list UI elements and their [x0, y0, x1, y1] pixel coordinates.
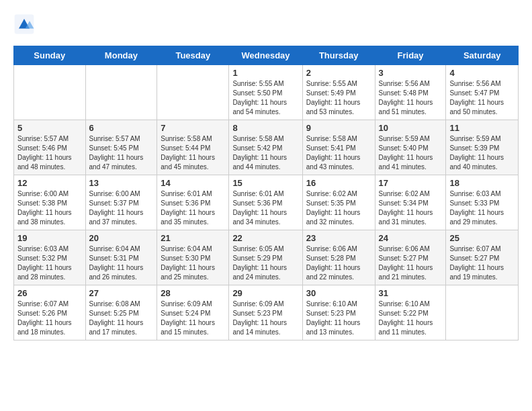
cell-info: Sunrise: 6:03 AM Sunset: 5:32 PM Dayligh… [17, 244, 82, 282]
calendar-cell [446, 285, 519, 340]
cell-info: Sunrise: 6:03 AM Sunset: 5:33 PM Dayligh… [449, 189, 515, 227]
day-number: 24 [379, 233, 443, 243]
cell-info: Sunrise: 6:02 AM Sunset: 5:34 PM Dayligh… [379, 189, 443, 227]
calendar-cell: 9Sunrise: 5:58 AM Sunset: 5:41 PM Daylig… [302, 120, 375, 175]
calendar-cell: 11Sunrise: 5:59 AM Sunset: 5:39 PM Dayli… [446, 120, 519, 175]
cell-info: Sunrise: 6:01 AM Sunset: 5:36 PM Dayligh… [161, 189, 225, 227]
cell-info: Sunrise: 6:04 AM Sunset: 5:31 PM Dayligh… [89, 244, 154, 282]
calendar-cell: 31Sunrise: 6:10 AM Sunset: 5:22 PM Dayli… [375, 285, 446, 340]
day-number: 1 [232, 68, 298, 78]
cell-info: Sunrise: 6:10 AM Sunset: 5:23 PM Dayligh… [306, 300, 371, 337]
calendar-cell: 22Sunrise: 6:05 AM Sunset: 5:29 PM Dayli… [229, 230, 302, 285]
logo [13, 13, 38, 35]
calendar-cell: 1Sunrise: 5:55 AM Sunset: 5:50 PM Daylig… [229, 65, 302, 120]
logo-icon [13, 13, 35, 35]
day-number: 13 [89, 178, 154, 188]
day-number: 6 [89, 123, 154, 133]
calendar-cell: 10Sunrise: 5:59 AM Sunset: 5:40 PM Dayli… [375, 120, 446, 175]
cell-info: Sunrise: 6:07 AM Sunset: 5:26 PM Dayligh… [17, 300, 82, 337]
day-number: 3 [379, 68, 443, 78]
calendar-cell: 3Sunrise: 5:56 AM Sunset: 5:48 PM Daylig… [375, 65, 446, 120]
calendar-cell: 17Sunrise: 6:02 AM Sunset: 5:34 PM Dayli… [375, 175, 446, 230]
day-number: 29 [232, 288, 298, 298]
calendar-cell: 14Sunrise: 6:01 AM Sunset: 5:36 PM Dayli… [157, 175, 229, 230]
day-number: 20 [89, 233, 154, 243]
day-number: 11 [449, 123, 515, 133]
calendar-cell: 25Sunrise: 6:07 AM Sunset: 5:27 PM Dayli… [446, 230, 519, 285]
day-number: 7 [161, 123, 225, 133]
calendar-cell: 7Sunrise: 5:58 AM Sunset: 5:44 PM Daylig… [157, 120, 229, 175]
calendar-cell: 21Sunrise: 6:04 AM Sunset: 5:30 PM Dayli… [157, 230, 229, 285]
weekday-header: Friday [375, 46, 446, 65]
day-number: 4 [449, 68, 515, 78]
day-number: 9 [306, 123, 371, 133]
day-number: 28 [161, 288, 225, 298]
cell-info: Sunrise: 6:00 AM Sunset: 5:38 PM Dayligh… [17, 189, 82, 227]
cell-info: Sunrise: 6:04 AM Sunset: 5:30 PM Dayligh… [161, 244, 225, 282]
calendar-cell: 28Sunrise: 6:09 AM Sunset: 5:24 PM Dayli… [157, 285, 229, 340]
page-header [13, 13, 519, 35]
calendar-week-row: 5Sunrise: 5:57 AM Sunset: 5:46 PM Daylig… [14, 120, 519, 175]
calendar-week-row: 26Sunrise: 6:07 AM Sunset: 5:26 PM Dayli… [14, 285, 519, 340]
calendar-cell: 29Sunrise: 6:09 AM Sunset: 5:23 PM Dayli… [229, 285, 302, 340]
day-number: 30 [306, 288, 371, 298]
cell-info: Sunrise: 6:06 AM Sunset: 5:27 PM Dayligh… [379, 244, 443, 282]
calendar-cell: 30Sunrise: 6:10 AM Sunset: 5:23 PM Dayli… [302, 285, 375, 340]
weekday-header: Tuesday [157, 46, 229, 65]
calendar-cell: 8Sunrise: 5:58 AM Sunset: 5:42 PM Daylig… [229, 120, 302, 175]
day-number: 5 [17, 123, 82, 133]
day-number: 31 [379, 288, 443, 298]
cell-info: Sunrise: 5:55 AM Sunset: 5:49 PM Dayligh… [306, 79, 371, 117]
calendar-cell: 15Sunrise: 6:01 AM Sunset: 5:36 PM Dayli… [229, 175, 302, 230]
calendar-cell: 27Sunrise: 6:08 AM Sunset: 5:25 PM Dayli… [85, 285, 157, 340]
cell-info: Sunrise: 5:59 AM Sunset: 5:40 PM Dayligh… [379, 134, 443, 172]
weekday-header: Monday [85, 46, 157, 65]
calendar-cell: 16Sunrise: 6:02 AM Sunset: 5:35 PM Dayli… [302, 175, 375, 230]
weekday-header: Thursday [302, 46, 375, 65]
day-number: 16 [306, 178, 371, 188]
calendar-cell: 13Sunrise: 6:00 AM Sunset: 5:37 PM Dayli… [85, 175, 157, 230]
calendar-cell: 24Sunrise: 6:06 AM Sunset: 5:27 PM Dayli… [375, 230, 446, 285]
cell-info: Sunrise: 6:10 AM Sunset: 5:22 PM Dayligh… [379, 300, 443, 337]
day-number: 2 [306, 68, 371, 78]
cell-info: Sunrise: 5:55 AM Sunset: 5:50 PM Dayligh… [232, 79, 298, 117]
day-number: 17 [379, 178, 443, 188]
weekday-header: Wednesday [229, 46, 302, 65]
calendar-week-row: 12Sunrise: 6:00 AM Sunset: 5:38 PM Dayli… [14, 175, 519, 230]
day-number: 12 [17, 178, 82, 188]
cell-info: Sunrise: 5:57 AM Sunset: 5:45 PM Dayligh… [89, 134, 154, 172]
cell-info: Sunrise: 5:58 AM Sunset: 5:44 PM Dayligh… [161, 134, 225, 172]
weekday-header: Saturday [446, 46, 519, 65]
day-number: 26 [17, 288, 82, 298]
day-number: 21 [161, 233, 225, 243]
cell-info: Sunrise: 6:07 AM Sunset: 5:27 PM Dayligh… [449, 244, 515, 282]
cell-info: Sunrise: 6:05 AM Sunset: 5:29 PM Dayligh… [232, 244, 298, 282]
calendar-week-row: 19Sunrise: 6:03 AM Sunset: 5:32 PM Dayli… [14, 230, 519, 285]
day-number: 8 [232, 123, 298, 133]
calendar-cell: 4Sunrise: 5:56 AM Sunset: 5:47 PM Daylig… [446, 65, 519, 120]
calendar-cell [85, 65, 157, 120]
cell-info: Sunrise: 5:59 AM Sunset: 5:39 PM Dayligh… [449, 134, 515, 172]
calendar-cell: 23Sunrise: 6:06 AM Sunset: 5:28 PM Dayli… [302, 230, 375, 285]
cell-info: Sunrise: 5:56 AM Sunset: 5:47 PM Dayligh… [449, 79, 515, 117]
calendar-cell: 5Sunrise: 5:57 AM Sunset: 5:46 PM Daylig… [14, 120, 86, 175]
day-number: 14 [161, 178, 225, 188]
day-number: 19 [17, 233, 82, 243]
cell-info: Sunrise: 6:09 AM Sunset: 5:23 PM Dayligh… [232, 300, 298, 337]
calendar-cell: 19Sunrise: 6:03 AM Sunset: 5:32 PM Dayli… [14, 230, 86, 285]
day-number: 27 [89, 288, 154, 298]
day-number: 23 [306, 233, 371, 243]
cell-info: Sunrise: 6:06 AM Sunset: 5:28 PM Dayligh… [306, 244, 371, 282]
day-number: 10 [379, 123, 443, 133]
cell-info: Sunrise: 6:08 AM Sunset: 5:25 PM Dayligh… [89, 300, 154, 337]
calendar-cell: 12Sunrise: 6:00 AM Sunset: 5:38 PM Dayli… [14, 175, 86, 230]
calendar-cell: 18Sunrise: 6:03 AM Sunset: 5:33 PM Dayli… [446, 175, 519, 230]
calendar-week-row: 1Sunrise: 5:55 AM Sunset: 5:50 PM Daylig… [14, 65, 519, 120]
cell-info: Sunrise: 5:56 AM Sunset: 5:48 PM Dayligh… [379, 79, 443, 117]
day-number: 18 [449, 178, 515, 188]
calendar-cell: 2Sunrise: 5:55 AM Sunset: 5:49 PM Daylig… [302, 65, 375, 120]
cell-info: Sunrise: 6:02 AM Sunset: 5:35 PM Dayligh… [306, 189, 371, 227]
calendar-cell: 26Sunrise: 6:07 AM Sunset: 5:26 PM Dayli… [14, 285, 86, 340]
day-number: 22 [232, 233, 298, 243]
cell-info: Sunrise: 6:00 AM Sunset: 5:37 PM Dayligh… [89, 189, 154, 227]
